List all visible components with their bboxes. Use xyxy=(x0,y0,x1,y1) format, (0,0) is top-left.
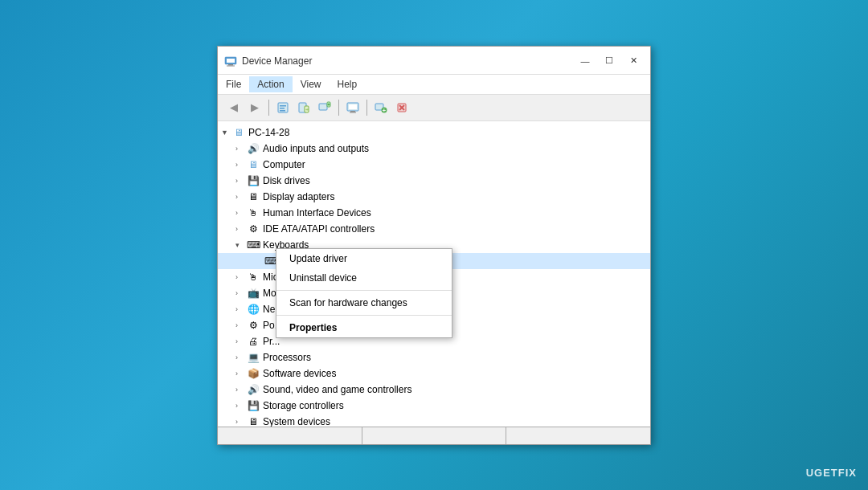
audio-chevron: › xyxy=(235,145,247,153)
processors-icon: 💻 xyxy=(247,351,260,364)
svg-rect-15 xyxy=(349,104,357,109)
mo-icon: 📺 xyxy=(247,287,260,300)
software-chevron: › xyxy=(235,370,247,378)
menu-action[interactable]: Action xyxy=(249,76,292,92)
ctx-scan-hardware[interactable]: Scan for hardware changes xyxy=(276,293,452,312)
ne-icon: 🌐 xyxy=(247,303,260,316)
tree-item-computer[interactable]: › 🖥 Computer xyxy=(218,157,650,173)
svg-rect-7 xyxy=(280,110,285,112)
root-chevron: ▼ xyxy=(221,129,232,137)
content-area: ▼ 🖥 PC-14-28 › 🔊 Audio inputs and output… xyxy=(218,121,650,427)
toolbar-back[interactable]: ◀ xyxy=(224,98,244,117)
storage-chevron: › xyxy=(235,402,247,410)
svg-rect-6 xyxy=(280,108,285,109)
window-controls: — ☐ ✕ xyxy=(575,53,644,69)
toolbar-scan[interactable] xyxy=(315,98,334,117)
keyboards-chevron: ▾ xyxy=(235,241,247,249)
ctx-uninstall-device[interactable]: Uninstall device xyxy=(276,268,452,288)
ctx-separator-1 xyxy=(276,290,452,291)
hid-label: Human Interface Devices xyxy=(263,207,371,218)
system-icon: 🖥 xyxy=(247,415,260,427)
context-menu: Update driver Uninstall device Scan for … xyxy=(276,248,452,338)
ide-chevron: › xyxy=(235,225,247,233)
mo-chevron: › xyxy=(235,289,247,297)
po-chevron: › xyxy=(235,321,247,329)
display-label: Display adapters xyxy=(263,191,334,202)
svg-rect-11 xyxy=(319,104,327,110)
svg-rect-5 xyxy=(280,105,286,107)
status-bar xyxy=(218,427,650,444)
status-section-3 xyxy=(506,427,650,444)
menu-help[interactable]: Help xyxy=(330,76,366,92)
audio-label: Audio inputs and outputs xyxy=(263,143,369,154)
disk-icon: 💾 xyxy=(247,174,260,187)
storage-label: Storage controllers xyxy=(263,400,344,411)
maximize-button[interactable]: ☐ xyxy=(599,53,620,69)
processors-label: Processors xyxy=(263,352,311,363)
tree-item-ide[interactable]: › ⚙ IDE ATA/ATAPI controllers xyxy=(218,221,650,237)
toolbar-sep-3 xyxy=(366,100,367,116)
keyboards-icon: ⌨ xyxy=(247,239,260,251)
tree-item-display[interactable]: › 🖥 Display adapters xyxy=(218,189,650,205)
sound-chevron: › xyxy=(235,386,247,394)
computer-icon2: 🖥 xyxy=(247,158,260,171)
tree-item-processors[interactable]: › 💻 Processors xyxy=(218,349,650,365)
svg-rect-16 xyxy=(350,111,355,112)
device-manager-window: Device Manager — ☐ ✕ File Action View He… xyxy=(217,46,651,445)
toolbar-remove[interactable] xyxy=(392,98,411,117)
menu-bar: File Action View Help xyxy=(218,75,650,95)
system-chevron: › xyxy=(235,418,247,426)
app-icon xyxy=(224,55,237,67)
hid-icon: 🖱 xyxy=(247,206,260,219)
ctx-properties[interactable]: Properties xyxy=(276,318,452,337)
tree-item-storage[interactable]: › 💾 Storage controllers xyxy=(218,398,650,414)
menu-view[interactable]: View xyxy=(293,76,330,92)
ide-label: IDE ATA/ATAPI controllers xyxy=(263,223,375,235)
toolbar-sep-1 xyxy=(268,100,269,116)
computer-icon: 🖥 xyxy=(232,126,245,139)
watermark: UGETFIX xyxy=(806,467,857,479)
root-label: PC-14-28 xyxy=(248,127,289,138)
tree-root[interactable]: ▼ 🖥 PC-14-28 xyxy=(218,125,650,141)
hid-chevron: › xyxy=(235,209,247,217)
processors-chevron: › xyxy=(235,353,247,361)
toolbar-update[interactable]: + xyxy=(294,98,313,117)
svg-point-13 xyxy=(328,103,330,105)
computer-chevron: › xyxy=(235,161,247,169)
pr-chevron: › xyxy=(235,337,247,345)
software-icon: 📦 xyxy=(247,367,260,380)
svg-text:+: + xyxy=(305,107,309,112)
tree-item-hid[interactable]: › 🖱 Human Interface Devices xyxy=(218,205,650,221)
audio-icon: 🔊 xyxy=(247,142,260,155)
ctx-update-driver[interactable]: Update driver xyxy=(276,249,452,268)
toolbar: ◀ ▶ + xyxy=(218,95,650,121)
software-label: Software devices xyxy=(263,368,336,379)
svg-rect-1 xyxy=(227,59,235,63)
toolbar-monitor[interactable] xyxy=(343,98,362,117)
ide-icon: ⚙ xyxy=(247,223,260,235)
sound-label: Sound, video and game controllers xyxy=(263,384,411,395)
tree-item-audio[interactable]: › 🔊 Audio inputs and outputs xyxy=(218,141,650,157)
tree-item-disk[interactable]: › 💾 Disk drives xyxy=(218,173,650,189)
minimize-button[interactable]: — xyxy=(575,53,596,69)
tree-item-software[interactable]: › 📦 Software devices xyxy=(218,365,650,382)
title-bar-left: Device Manager xyxy=(224,55,312,67)
pr-icon: 🖨 xyxy=(247,335,260,348)
status-section-1 xyxy=(218,427,362,444)
toolbar-forward[interactable]: ▶ xyxy=(245,98,264,117)
mice-chevron: › xyxy=(235,273,247,281)
toolbar-add[interactable]: + xyxy=(371,98,391,117)
tree-item-system[interactable]: › 🖥 System devices xyxy=(218,414,650,427)
disk-label: Disk drives xyxy=(263,175,310,186)
toolbar-properties[interactable] xyxy=(273,98,293,117)
close-button[interactable]: ✕ xyxy=(623,53,644,69)
po-icon: ⚙ xyxy=(247,319,260,332)
storage-icon: 💾 xyxy=(247,399,260,412)
display-icon: 🖥 xyxy=(247,190,260,203)
tree-item-sound[interactable]: › 🔊 Sound, video and game controllers xyxy=(218,382,650,398)
mice-icon: 🖱 xyxy=(247,271,260,284)
title-bar: Device Manager — ☐ ✕ xyxy=(218,47,650,75)
menu-file[interactable]: File xyxy=(218,76,249,92)
system-label: System devices xyxy=(263,416,330,427)
disk-chevron: › xyxy=(235,177,247,185)
